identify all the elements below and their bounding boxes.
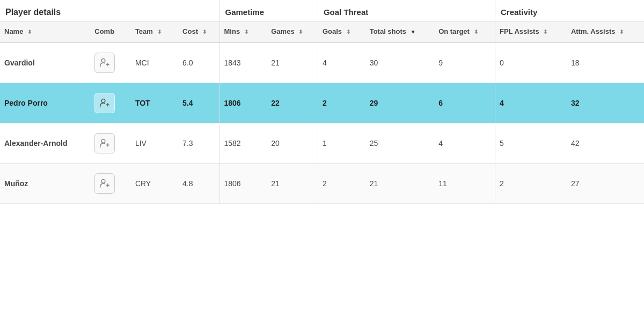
- cell-games: 20: [267, 123, 318, 163]
- col-mins[interactable]: Mins ⬍: [219, 22, 267, 42]
- cost-sort-icon[interactable]: ⬍: [202, 28, 207, 35]
- player-name: Muñoz: [4, 179, 28, 188]
- player-stats-table: Player details Gametime Goal Threat Crea…: [0, 0, 644, 204]
- cell-games: 21: [267, 42, 318, 83]
- cell-totalshots: 25: [365, 123, 434, 163]
- cell-mins: 1806: [219, 83, 267, 123]
- add-player-button[interactable]: [94, 173, 115, 194]
- cell-goals: 1: [318, 123, 365, 163]
- player-name: Pedro Porro: [4, 99, 48, 107]
- attmassists-sort-icon[interactable]: ⬍: [619, 28, 624, 35]
- cell-attmassists: 42: [567, 123, 644, 163]
- cell-games: 21: [267, 163, 318, 203]
- player-name: Gvardiol: [4, 58, 35, 67]
- cell-cost: 7.3: [178, 123, 219, 163]
- cell-ontarget: 6: [434, 83, 495, 123]
- cell-fplassists: 4: [495, 83, 566, 123]
- col-totalshots[interactable]: Total shots ▼: [365, 22, 434, 42]
- cell-games: 22: [267, 83, 318, 123]
- col-cost[interactable]: Cost ⬍: [178, 22, 219, 42]
- ontarget-sort-icon[interactable]: ⬍: [474, 28, 478, 35]
- table-row: Pedro PorroTOT5.41806222296432: [0, 83, 644, 123]
- cell-goals: 2: [318, 83, 365, 123]
- cell-cost: 5.4: [178, 83, 219, 123]
- col-fplassists[interactable]: FPL Assists ⬍: [495, 22, 566, 42]
- creativity-header: Creativity: [495, 0, 644, 22]
- group-header-row: Player details Gametime Goal Threat Crea…: [0, 0, 644, 22]
- column-header-row: Name ⬍ Comb Team ⬍ Cost ⬍ Mins ⬍: [0, 22, 644, 42]
- svg-point-0: [101, 58, 105, 62]
- col-ontarget[interactable]: On target ⬍: [434, 22, 495, 42]
- goals-sort-icon[interactable]: ⬍: [346, 28, 350, 35]
- cell-fplassists: 0: [495, 42, 566, 83]
- add-button-cell: [90, 42, 131, 83]
- cell-cost: 6.0: [178, 42, 219, 83]
- svg-point-6: [101, 139, 105, 143]
- cell-ontarget: 11: [434, 163, 495, 203]
- totalshots-sort-icon[interactable]: ▼: [411, 28, 416, 35]
- games-sort-icon[interactable]: ⬍: [298, 28, 303, 35]
- cell-cost: 4.8: [178, 163, 219, 203]
- cell-mins: 1582: [219, 123, 267, 163]
- cell-mins: 1806: [219, 163, 267, 203]
- cell-mins: 1843: [219, 42, 267, 83]
- cell-team: TOT: [131, 83, 178, 123]
- col-games[interactable]: Games ⬍: [267, 22, 318, 42]
- svg-point-3: [101, 99, 105, 102]
- player-name-cell: Muñoz: [0, 163, 90, 203]
- table-row: MuñozCRY4.818062122111227: [0, 163, 644, 203]
- cell-totalshots: 29: [365, 83, 434, 123]
- add-player-button[interactable]: [94, 133, 115, 153]
- cell-fplassists: 5: [495, 123, 566, 163]
- add-player-button[interactable]: [94, 93, 115, 113]
- player-name: Alexander-Arnold: [4, 139, 67, 148]
- name-sort-icon[interactable]: ⬍: [27, 28, 32, 35]
- add-button-cell: [90, 123, 131, 163]
- col-goals[interactable]: Goals ⬍: [318, 22, 365, 42]
- goal-threat-header: Goal Threat: [318, 0, 495, 22]
- add-button-cell: [90, 83, 131, 123]
- cell-attmassists: 27: [567, 163, 644, 203]
- cell-goals: 4: [318, 42, 365, 83]
- mins-sort-icon[interactable]: ⬍: [244, 28, 248, 35]
- col-team[interactable]: Team ⬍: [131, 22, 178, 42]
- table-row: GvardiolMCI6.01843214309018: [0, 42, 644, 83]
- col-comb: Comb: [90, 22, 131, 42]
- cell-team: MCI: [131, 42, 178, 83]
- cell-ontarget: 9: [434, 42, 495, 83]
- player-name-cell: Alexander-Arnold: [0, 123, 90, 163]
- add-button-cell: [90, 163, 131, 203]
- player-name-cell: Gvardiol: [0, 42, 90, 83]
- table-row: Alexander-ArnoldLIV7.31582201254542: [0, 123, 644, 163]
- fplassists-sort-icon[interactable]: ⬍: [543, 28, 547, 35]
- cell-attmassists: 18: [567, 42, 644, 83]
- gametime-header: Gametime: [219, 0, 318, 22]
- stats-table-container: Player details Gametime Goal Threat Crea…: [0, 0, 644, 204]
- player-name-cell: Pedro Porro: [0, 83, 90, 123]
- cell-fplassists: 2: [495, 163, 566, 203]
- player-details-header: Player details: [0, 0, 219, 22]
- cell-totalshots: 21: [365, 163, 434, 203]
- cell-ontarget: 4: [434, 123, 495, 163]
- cell-goals: 2: [318, 163, 365, 203]
- cell-team: CRY: [131, 163, 178, 203]
- cell-team: LIV: [131, 123, 178, 163]
- cell-totalshots: 30: [365, 42, 434, 83]
- team-sort-icon[interactable]: ⬍: [157, 28, 162, 35]
- add-player-button[interactable]: [94, 53, 115, 73]
- svg-point-9: [101, 179, 105, 183]
- col-name[interactable]: Name ⬍: [0, 22, 90, 42]
- col-attmassists[interactable]: Attm. Assists ⬍: [567, 22, 644, 42]
- cell-attmassists: 32: [567, 83, 644, 123]
